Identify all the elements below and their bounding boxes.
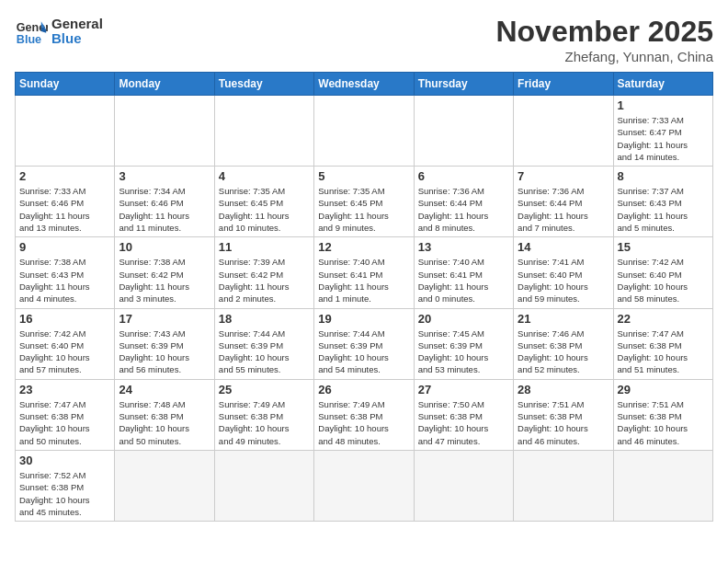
day-number: 27 [418,383,509,396]
day-number: 26 [318,383,409,396]
day-cell: 16Sunrise: 7:42 AM Sunset: 6:40 PM Dayli… [16,308,115,379]
day-cell [214,96,313,167]
logo-icon: General Blue [15,15,48,48]
day-cell: 23Sunrise: 7:47 AM Sunset: 6:38 PM Dayli… [16,379,115,450]
day-info: Sunrise: 7:35 AM Sunset: 6:45 PM Dayligh… [318,185,409,234]
weekday-header-friday: Friday [514,73,613,96]
day-info: Sunrise: 7:33 AM Sunset: 6:46 PM Dayligh… [19,185,110,234]
day-number: 19 [318,312,409,326]
week-row-2: 2Sunrise: 7:33 AM Sunset: 6:46 PM Daylig… [16,167,713,237]
day-info: Sunrise: 7:36 AM Sunset: 6:44 PM Dayligh… [518,185,609,234]
location: Zhefang, Yunnan, China [495,49,713,64]
day-info: Sunrise: 7:49 AM Sunset: 6:38 PM Dayligh… [219,398,310,447]
title-section: November 2025 Zhefang, Yunnan, China [495,15,713,64]
day-number: 2 [19,169,110,183]
week-row-3: 9Sunrise: 7:38 AM Sunset: 6:43 PM Daylig… [16,237,713,308]
day-number: 23 [19,383,110,396]
day-cell: 20Sunrise: 7:45 AM Sunset: 6:39 PM Dayli… [414,308,513,379]
day-number: 13 [418,240,509,254]
weekday-header-sunday: Sunday [16,73,115,96]
day-number: 8 [618,169,709,183]
day-cell: 7Sunrise: 7:36 AM Sunset: 6:44 PM Daylig… [514,167,613,237]
day-info: Sunrise: 7:40 AM Sunset: 6:41 PM Dayligh… [418,256,509,304]
day-number: 6 [418,169,509,183]
day-cell [115,96,214,167]
day-number: 14 [518,240,609,254]
day-info: Sunrise: 7:34 AM Sunset: 6:46 PM Dayligh… [119,185,210,234]
day-info: Sunrise: 7:36 AM Sunset: 6:44 PM Dayligh… [418,185,509,234]
day-cell [115,450,214,521]
day-cell: 21Sunrise: 7:46 AM Sunset: 6:38 PM Dayli… [514,308,613,379]
day-info: Sunrise: 7:37 AM Sunset: 6:43 PM Dayligh… [618,185,709,234]
svg-text:Blue: Blue [17,33,41,46]
day-cell: 2Sunrise: 7:33 AM Sunset: 6:46 PM Daylig… [16,167,115,237]
day-cell: 22Sunrise: 7:47 AM Sunset: 6:38 PM Dayli… [613,308,712,379]
week-row-4: 16Sunrise: 7:42 AM Sunset: 6:40 PM Dayli… [16,308,713,379]
day-number: 11 [219,240,310,254]
day-info: Sunrise: 7:50 AM Sunset: 6:38 PM Dayligh… [418,398,509,447]
day-number: 21 [518,312,609,326]
page-header: General Blue General Blue November 2025 … [15,15,713,64]
day-cell: 28Sunrise: 7:51 AM Sunset: 6:38 PM Dayli… [514,379,613,450]
day-number: 18 [219,312,310,326]
day-cell: 12Sunrise: 7:40 AM Sunset: 6:41 PM Dayli… [314,237,414,308]
day-cell [214,450,313,521]
day-number: 15 [618,240,709,254]
day-info: Sunrise: 7:33 AM Sunset: 6:47 PM Dayligh… [618,114,709,163]
day-number: 4 [219,169,310,183]
day-info: Sunrise: 7:52 AM Sunset: 6:38 PM Dayligh… [19,469,110,518]
day-info: Sunrise: 7:48 AM Sunset: 6:38 PM Dayligh… [119,398,210,447]
logo-general-text: General [51,17,103,32]
day-cell [414,450,513,521]
day-cell [314,96,414,167]
day-cell: 26Sunrise: 7:49 AM Sunset: 6:38 PM Dayli… [314,379,414,450]
day-info: Sunrise: 7:41 AM Sunset: 6:40 PM Dayligh… [518,256,609,304]
day-cell: 10Sunrise: 7:38 AM Sunset: 6:42 PM Dayli… [115,237,214,308]
day-number: 12 [318,240,409,254]
weekday-header-monday: Monday [115,73,214,96]
day-info: Sunrise: 7:38 AM Sunset: 6:43 PM Dayligh… [19,256,110,304]
day-number: 9 [19,240,110,254]
day-info: Sunrise: 7:43 AM Sunset: 6:39 PM Dayligh… [119,327,210,376]
day-number: 7 [518,169,609,183]
day-info: Sunrise: 7:35 AM Sunset: 6:45 PM Dayligh… [219,185,310,234]
day-cell: 17Sunrise: 7:43 AM Sunset: 6:39 PM Dayli… [115,308,214,379]
day-cell [514,450,613,521]
day-info: Sunrise: 7:49 AM Sunset: 6:38 PM Dayligh… [318,398,409,447]
day-info: Sunrise: 7:44 AM Sunset: 6:39 PM Dayligh… [318,327,409,376]
weekday-header-row: SundayMondayTuesdayWednesdayThursdayFrid… [16,73,713,96]
day-cell: 29Sunrise: 7:51 AM Sunset: 6:38 PM Dayli… [613,379,712,450]
day-info: Sunrise: 7:45 AM Sunset: 6:39 PM Dayligh… [418,327,509,376]
day-number: 22 [618,312,709,326]
logo: General Blue General Blue [15,15,103,48]
day-cell: 30Sunrise: 7:52 AM Sunset: 6:38 PM Dayli… [16,450,115,521]
day-cell: 8Sunrise: 7:37 AM Sunset: 6:43 PM Daylig… [613,167,712,237]
day-number: 29 [618,383,709,396]
day-info: Sunrise: 7:44 AM Sunset: 6:39 PM Dayligh… [219,327,310,376]
day-cell [613,450,712,521]
day-number: 17 [119,312,210,326]
day-number: 30 [19,454,110,467]
day-cell: 6Sunrise: 7:36 AM Sunset: 6:44 PM Daylig… [414,167,513,237]
day-info: Sunrise: 7:51 AM Sunset: 6:38 PM Dayligh… [518,398,609,447]
day-number: 24 [119,383,210,396]
weekday-header-saturday: Saturday [613,73,712,96]
day-cell [514,96,613,167]
day-info: Sunrise: 7:51 AM Sunset: 6:38 PM Dayligh… [618,398,709,447]
day-info: Sunrise: 7:46 AM Sunset: 6:38 PM Dayligh… [518,327,609,376]
day-cell: 3Sunrise: 7:34 AM Sunset: 6:46 PM Daylig… [115,167,214,237]
calendar-table: SundayMondayTuesdayWednesdayThursdayFrid… [15,72,713,522]
weekday-header-thursday: Thursday [414,73,513,96]
day-info: Sunrise: 7:39 AM Sunset: 6:42 PM Dayligh… [219,256,310,304]
day-number: 25 [219,383,310,396]
day-info: Sunrise: 7:42 AM Sunset: 6:40 PM Dayligh… [19,327,110,376]
day-info: Sunrise: 7:42 AM Sunset: 6:40 PM Dayligh… [618,256,709,304]
day-number: 28 [518,383,609,396]
day-cell [16,96,115,167]
day-cell: 14Sunrise: 7:41 AM Sunset: 6:40 PM Dayli… [514,237,613,308]
day-info: Sunrise: 7:38 AM Sunset: 6:42 PM Dayligh… [119,256,210,304]
day-cell: 5Sunrise: 7:35 AM Sunset: 6:45 PM Daylig… [314,167,414,237]
day-number: 3 [119,169,210,183]
day-cell: 15Sunrise: 7:42 AM Sunset: 6:40 PM Dayli… [613,237,712,308]
day-number: 20 [418,312,509,326]
